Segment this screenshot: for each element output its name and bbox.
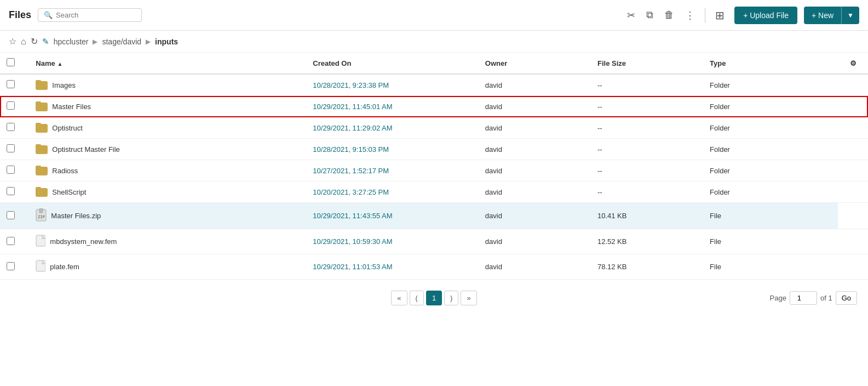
row-name-text: ShellScript — [52, 188, 86, 196]
row-checkbox[interactable] — [7, 101, 15, 110]
breadcrumb-stage[interactable]: stage/david — [102, 37, 141, 46]
table-row[interactable]: Radioss10/27/2021, 1:52:17 PMdavid--Fold… — [0, 160, 868, 181]
page-next-button[interactable]: ) — [444, 291, 458, 305]
row-checkbox-cell — [0, 160, 29, 181]
page-title: Files — [9, 9, 31, 21]
row-type: Folder — [703, 96, 838, 117]
svg-text:ZIP: ZIP — [38, 215, 45, 219]
new-button[interactable]: + New — [804, 7, 842, 24]
row-checkbox-cell — [0, 96, 29, 117]
grid-view-button[interactable]: ⊞ — [712, 7, 728, 24]
page-last-button[interactable]: » — [461, 291, 476, 305]
edit-icon[interactable]: ✎ — [42, 37, 49, 47]
row-file-size: -- — [591, 181, 703, 203]
row-checkbox-cell — [0, 181, 29, 203]
page-of-label: of 1 — [820, 294, 832, 302]
breadcrumb: ☆ ⌂ ↻ ✎ hpccluster ▶ stage/david ▶ input… — [0, 31, 868, 53]
sort-arrow-name: ▲ — [57, 61, 62, 67]
row-name-text: mbdsystem_new.fem — [50, 237, 117, 246]
row-owner: david — [479, 254, 591, 280]
row-checkbox[interactable] — [7, 187, 15, 195]
table-row[interactable]: ZIPMaster Files.zip10/29/2021, 11:43:55 … — [0, 203, 868, 229]
breadcrumb-current: inputs — [155, 37, 178, 46]
page-current-button[interactable]: 1 — [426, 291, 442, 305]
row-checkbox-cell — [0, 74, 29, 96]
row-file-size: 12.52 KB — [591, 229, 703, 254]
svg-rect-4 — [36, 260, 45, 271]
page-first-button[interactable]: « — [391, 291, 407, 305]
go-button[interactable]: Go — [836, 291, 857, 305]
row-name-text: plate.fem — [50, 263, 79, 271]
row-name[interactable]: mbdsystem_new.fem — [29, 229, 306, 254]
row-checkbox[interactable] — [7, 262, 15, 270]
row-checkbox[interactable] — [7, 123, 15, 131]
row-checkbox-cell — [0, 254, 29, 280]
search-input[interactable] — [56, 11, 136, 19]
row-name-text: Images — [52, 81, 76, 89]
page-go-section: Page of 1 Go — [770, 291, 857, 305]
star-icon[interactable]: ☆ — [9, 36, 16, 47]
column-header-owner[interactable]: Owner — [479, 53, 591, 74]
column-header-name[interactable]: Name ▲ — [29, 53, 306, 74]
home-icon[interactable]: ⌂ — [21, 37, 26, 47]
row-name[interactable]: Master Files — [29, 96, 306, 117]
folder-icon — [36, 187, 48, 197]
row-owner: david — [479, 203, 591, 229]
row-checkbox[interactable] — [7, 80, 15, 88]
delete-button[interactable]: 🗑 — [661, 7, 677, 23]
breadcrumb-cluster[interactable]: hpccluster — [54, 37, 89, 46]
pagination-bar: « ( 1 ) » Page of 1 Go — [0, 280, 868, 316]
table-row[interactable]: mbdsystem_new.fem10/29/2021, 10:59:30 AM… — [0, 229, 868, 254]
table-row[interactable]: ShellScript10/20/2021, 3:27:25 PMdavid--… — [0, 181, 868, 203]
row-name[interactable]: ZIPMaster Files.zip — [29, 203, 306, 229]
folder-icon — [36, 166, 48, 175]
copy-button[interactable]: ⧉ — [643, 7, 657, 23]
row-type: Folder — [703, 139, 838, 160]
row-owner: david — [479, 181, 591, 203]
row-checkbox[interactable] — [7, 144, 15, 152]
row-checkbox[interactable] — [7, 237, 15, 245]
row-type: Folder — [703, 160, 838, 181]
row-checkbox[interactable] — [7, 166, 15, 174]
row-owner: david — [479, 160, 591, 181]
row-type: Folder — [703, 117, 838, 139]
zip-icon: ZIP — [36, 208, 47, 223]
row-created-date: 10/29/2021, 10:59:30 AM — [306, 229, 479, 254]
svg-rect-3 — [36, 235, 45, 246]
row-name[interactable]: Radioss — [29, 160, 306, 181]
file-icon — [36, 235, 45, 248]
column-header-type[interactable]: Type — [703, 53, 838, 74]
row-created-date: 10/29/2021, 11:29:02 AM — [306, 117, 479, 139]
row-name[interactable]: Optistruct Master File — [29, 139, 306, 160]
row-name-text: Optistruct — [52, 124, 83, 132]
table-row[interactable]: Master Files10/29/2021, 11:45:01 AMdavid… — [0, 96, 868, 117]
row-name-text: Master Files.zip — [51, 212, 101, 220]
page-prev-button[interactable]: ( — [410, 291, 424, 305]
column-header-filesize[interactable]: File Size — [591, 53, 703, 74]
row-type: File — [703, 203, 838, 229]
row-created-date: 10/29/2021, 11:43:55 AM — [306, 203, 479, 229]
upload-file-button[interactable]: + Upload File — [734, 7, 797, 24]
row-checkbox[interactable] — [7, 211, 15, 219]
table-row[interactable]: Images10/28/2021, 9:23:38 PMdavid--Folde… — [0, 74, 868, 96]
row-name[interactable]: ShellScript — [29, 181, 306, 203]
new-dropdown-arrow[interactable]: ▼ — [842, 7, 859, 24]
table-row[interactable]: plate.fem10/29/2021, 11:01:53 AMdavid78.… — [0, 254, 868, 280]
more-options-button[interactable]: ⋮ — [682, 7, 698, 24]
select-all-checkbox[interactable] — [7, 58, 15, 66]
folder-icon — [36, 144, 48, 154]
page-number-input[interactable] — [790, 291, 817, 305]
table-row[interactable]: Optistruct Master File10/28/2021, 9:15:0… — [0, 139, 868, 160]
table-row[interactable]: Optistruct10/29/2021, 11:29:02 AMdavid--… — [0, 117, 868, 139]
row-name[interactable]: Optistruct — [29, 117, 306, 139]
row-name[interactable]: Images — [29, 74, 306, 96]
column-settings[interactable]: ⚙ — [838, 53, 868, 74]
row-name[interactable]: plate.fem — [29, 254, 306, 280]
column-header-created[interactable]: Created On — [306, 53, 479, 74]
file-icon — [36, 260, 45, 274]
row-owner: david — [479, 229, 591, 254]
cut-button[interactable]: ✂ — [624, 7, 639, 24]
row-file-size: -- — [591, 139, 703, 160]
refresh-icon[interactable]: ↻ — [31, 36, 38, 47]
toolbar-divider — [705, 8, 705, 23]
